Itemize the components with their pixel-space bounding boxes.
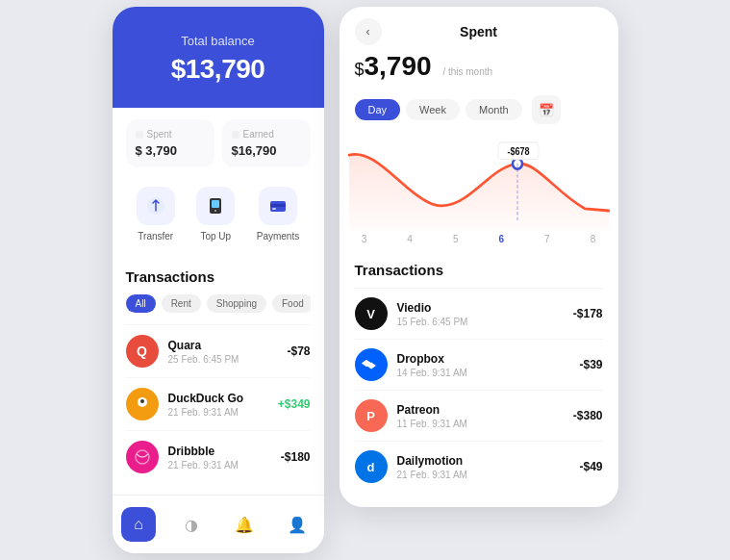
spent-amount-display: $3,790 xyxy=(355,51,440,81)
balance-section: Total balance $13,790 xyxy=(113,7,324,108)
rtxn-dropbox-date: 14 Feb. 9:31 AM xyxy=(397,368,570,378)
filter-food[interactable]: Food xyxy=(272,294,310,313)
txn-dribbble-avatar xyxy=(126,441,159,473)
txn-dribbble-date: 21 Feb. 9:31 AM xyxy=(168,460,271,471)
txn-duckduck-avatar xyxy=(126,388,159,420)
earned-label: Earned xyxy=(232,129,301,140)
txn-quara-info: Quara 25 Feb. 6:45 PM xyxy=(168,339,278,365)
period-month[interactable]: Month xyxy=(466,99,522,120)
x-label-8: 8 xyxy=(583,234,602,244)
rtxn-patreon-info: Patreon 11 Feb. 9:31 AM xyxy=(397,403,564,429)
rtxn-patreon[interactable]: P Patreon 11 Feb. 9:31 AM -$380 xyxy=(355,390,603,441)
rtxn-dailymotion-avatar: d xyxy=(355,450,388,483)
x-label-7: 7 xyxy=(538,234,557,244)
rtxn-dailymotion-date: 21 Feb. 9:31 AM xyxy=(397,470,570,480)
action-transfer[interactable]: Transfer xyxy=(137,187,175,242)
transfer-icon xyxy=(137,187,175,225)
rtxn-viedio-amount: -$178 xyxy=(573,307,603,320)
calendar-button[interactable]: 📅 xyxy=(532,95,561,124)
left-card: Total balance $13,790 Spent $ 3,790 Earn… xyxy=(113,7,324,553)
svg-rect-5 xyxy=(270,204,286,207)
spent-label: Spent xyxy=(136,129,205,140)
right-transactions-title: Transactions xyxy=(355,262,603,278)
spent-title: Spent xyxy=(460,24,497,39)
nav-home[interactable]: ⌂ xyxy=(121,507,156,542)
rtxn-dropbox-avatar xyxy=(355,348,388,381)
spent-amount: $ 3,790 xyxy=(136,143,205,158)
rtxn-dailymotion-name: Dailymotion xyxy=(397,454,570,468)
svg-text:-$678: -$678 xyxy=(507,146,529,158)
svg-rect-2 xyxy=(212,200,219,208)
spent-stat: Spent $ 3,790 xyxy=(126,119,214,167)
earned-amount: $16,790 xyxy=(232,143,301,158)
txn-dribbble-amount: -$180 xyxy=(281,450,311,464)
payments-icon xyxy=(259,187,297,225)
bottom-nav: ⌂ ◑ 🔔 👤 xyxy=(113,495,324,553)
txn-duckduck-amount: +$349 xyxy=(278,397,311,411)
x-label-5: 5 xyxy=(446,234,466,244)
rtxn-dropbox-amount: -$39 xyxy=(579,358,602,371)
txn-quara-amount: -$78 xyxy=(287,344,310,358)
rtxn-patreon-name: Patreon xyxy=(397,403,564,417)
chart-svg: -$678 xyxy=(349,134,609,230)
quick-actions: Transfer Top Up xyxy=(113,179,324,255)
txn-duckduck-name: DuckDuck Go xyxy=(168,392,268,405)
rtxn-dropbox[interactable]: Dropbox 14 Feb. 9:31 AM -$39 xyxy=(355,339,603,390)
earned-stat: Earned $16,790 xyxy=(222,119,311,167)
balance-label: Total balance xyxy=(132,34,305,48)
svg-point-9 xyxy=(140,399,144,403)
rtxn-dailymotion[interactable]: d Dailymotion 21 Feb. 9:31 AM -$49 xyxy=(355,441,603,492)
spent-header: ‹ Spent xyxy=(340,7,618,47)
rtxn-dailymotion-info: Dailymotion 21 Feb. 9:31 AM xyxy=(397,454,570,480)
filter-rent[interactable]: Rent xyxy=(162,294,201,313)
rtxn-dailymotion-amount: -$49 xyxy=(579,460,602,473)
topup-icon xyxy=(196,187,235,225)
chart-x-labels: 3 4 5 6 7 8 xyxy=(340,230,618,248)
svg-point-3 xyxy=(214,210,216,212)
txn-duckduck[interactable]: DuckDuck Go 21 Feb. 9:31 AM +$349 xyxy=(126,377,311,430)
action-payments[interactable]: Payments xyxy=(257,187,299,242)
dollar-sign: $ xyxy=(355,60,365,79)
back-button[interactable]: ‹ xyxy=(355,18,382,45)
right-transactions: Transactions V Viedio 15 Feb. 6:45 PM -$… xyxy=(340,254,618,507)
txn-dribbble-name: Dribbble xyxy=(168,445,271,458)
spent-amount-row: $3,790 / this month xyxy=(340,47,618,91)
svg-rect-6 xyxy=(272,208,276,210)
nav-chart[interactable]: ◑ xyxy=(174,507,209,542)
transfer-label: Transfer xyxy=(138,231,173,242)
rtxn-viedio-avatar: V xyxy=(355,297,388,330)
txn-dribbble-info: Dribbble 21 Feb. 9:31 AM xyxy=(168,445,271,471)
nav-bell[interactable]: 🔔 xyxy=(227,507,262,542)
rtxn-patreon-amount: -$380 xyxy=(573,409,603,422)
rtxn-dropbox-name: Dropbox xyxy=(397,352,570,366)
rtxn-viedio-name: Viedio xyxy=(397,301,564,315)
transactions-section: Transactions All Rent Shopping Food He Q… xyxy=(113,255,324,483)
period-week[interactable]: Week xyxy=(406,99,460,120)
filter-all[interactable]: All xyxy=(126,294,156,313)
rtxn-dropbox-info: Dropbox 14 Feb. 9:31 AM xyxy=(397,352,570,378)
spent-number: 3,790 xyxy=(365,51,432,81)
txn-dribbble[interactable]: Dribbble 21 Feb. 9:31 AM -$180 xyxy=(126,430,311,483)
x-label-3: 3 xyxy=(355,234,374,244)
payments-label: Payments xyxy=(257,231,299,242)
transactions-title: Transactions xyxy=(126,268,311,285)
filter-tags: All Rent Shopping Food He xyxy=(126,294,311,313)
rtxn-viedio-date: 15 Feb. 6:45 PM xyxy=(397,317,564,327)
txn-quara[interactable]: Q Quara 25 Feb. 6:45 PM -$78 xyxy=(126,324,311,377)
spent-period: / this month xyxy=(442,66,492,77)
rtxn-patreon-avatar: P xyxy=(355,399,388,432)
chart-container: -$678 xyxy=(340,134,618,230)
filter-shopping[interactable]: Shopping xyxy=(207,294,266,313)
rtxn-viedio[interactable]: V Viedio 15 Feb. 6:45 PM -$178 xyxy=(355,288,603,339)
x-label-4: 4 xyxy=(400,234,419,244)
right-card: ‹ Spent $3,790 / this month Day Week Mon… xyxy=(340,7,618,507)
topup-label: Top Up xyxy=(200,231,231,242)
x-label-6: 6 xyxy=(491,234,511,244)
txn-quara-name: Quara xyxy=(168,339,278,352)
period-filter: Day Week Month 📅 xyxy=(340,91,618,134)
nav-user[interactable]: 👤 xyxy=(280,507,315,542)
stats-row: Spent $ 3,790 Earned $16,790 xyxy=(113,108,324,179)
action-topup[interactable]: Top Up xyxy=(196,187,235,242)
rtxn-viedio-info: Viedio 15 Feb. 6:45 PM xyxy=(397,301,564,327)
period-day[interactable]: Day xyxy=(355,99,401,120)
